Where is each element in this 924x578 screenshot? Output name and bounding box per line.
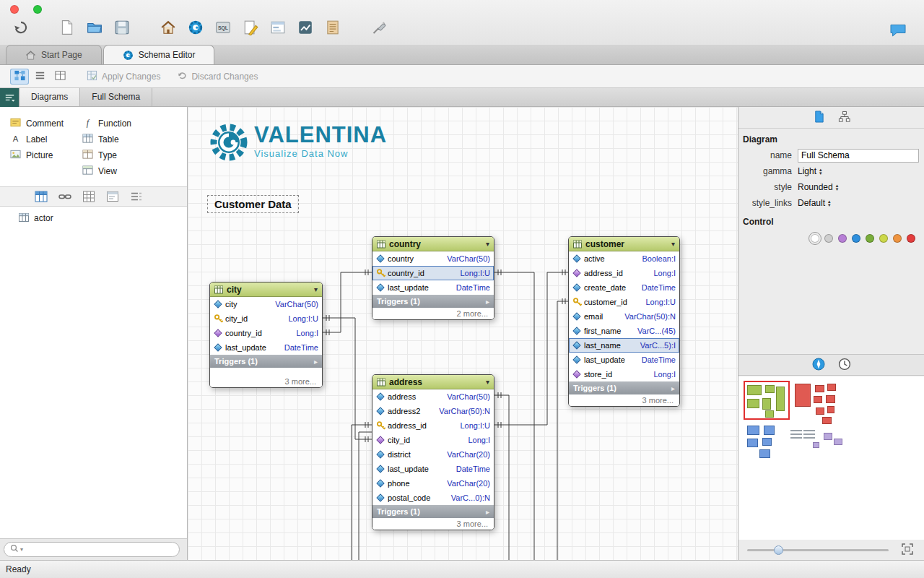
collapse-caret-icon[interactable]: ▾	[486, 240, 489, 248]
palette-item-table[interactable]: Table	[82, 131, 154, 147]
entity-header[interactable]: city▾	[210, 282, 322, 297]
color-dot-1[interactable]	[824, 234, 833, 243]
relation-line[interactable]	[494, 392, 509, 560]
tables-filter-icon[interactable]	[35, 190, 48, 203]
diagram-view-button[interactable]	[10, 69, 29, 85]
triggers-bar[interactable]: Triggers (1)▸	[569, 381, 679, 394]
links-filter-icon[interactable]	[58, 190, 71, 203]
field-row-district[interactable]: districtVarChar(20)	[372, 447, 494, 462]
field-row-last_update[interactable]: last_updateDateTime	[569, 353, 679, 367]
grid-filter-icon[interactable]	[82, 190, 95, 203]
entity-header[interactable]: customer▾	[569, 237, 679, 251]
start-page-button[interactable]	[157, 17, 179, 39]
palette-item-type[interactable]: Type	[82, 147, 154, 163]
list-view-button[interactable]	[30, 69, 49, 85]
relation-line[interactable]	[352, 422, 372, 560]
search-box[interactable]: ▾	[4, 542, 180, 557]
field-row-address2[interactable]: address2VarChar(50):N	[372, 404, 494, 418]
field-row-last_update[interactable]: last_updateDateTime	[210, 340, 322, 355]
source-view-button[interactable]	[322, 17, 344, 39]
field-row-city[interactable]: cityVarChar(50)	[210, 297, 322, 311]
sql-editor-button[interactable]: SQL	[212, 17, 234, 39]
strip-tab-diagrams[interactable]: Diagrams	[19, 88, 80, 106]
schema-editor-button[interactable]	[185, 17, 206, 39]
field-row-postal_code[interactable]: postal_codeVarC...0):N	[372, 491, 494, 505]
zoom-fit-icon[interactable]	[902, 543, 913, 557]
color-dot-6[interactable]	[893, 234, 902, 243]
new-document-button[interactable]	[56, 17, 78, 39]
field-row-city_id[interactable]: city_idLong:I	[372, 433, 494, 447]
forms-editor-button[interactable]	[267, 17, 289, 39]
palette-item-comment[interactable]: Comment	[10, 116, 82, 131]
gamma-select[interactable]: Light▴▾	[798, 166, 822, 176]
columns-view-button[interactable]	[51, 69, 69, 85]
filter-menu-button[interactable]	[0, 88, 19, 107]
triggers-bar[interactable]: Triggers (1)▸	[210, 355, 322, 368]
schema-tree-tab[interactable]	[838, 111, 850, 125]
field-row-last_name[interactable]: last_nameVarC...5):I	[569, 338, 679, 353]
collapse-caret-icon[interactable]: ▾	[671, 240, 675, 248]
field-row-country_id[interactable]: country_idLong:I	[210, 326, 322, 340]
tab-schema-editor[interactable]: Schema Editor	[103, 45, 215, 64]
color-dot-2[interactable]	[838, 234, 847, 243]
color-dot-4[interactable]	[866, 234, 874, 243]
columns-filter-icon[interactable]	[130, 190, 143, 203]
search-input[interactable]	[25, 545, 173, 554]
more-fields-link[interactable]: 3 more...	[210, 368, 322, 387]
more-fields-link[interactable]: 3 more...	[372, 518, 494, 530]
undo-button[interactable]	[10, 17, 32, 39]
field-row-email[interactable]: emailVarChar(50):N	[569, 309, 679, 324]
field-row-store_id[interactable]: store_idLong:I	[569, 367, 679, 381]
discard-changes-button[interactable]: Discard Changes	[176, 70, 258, 83]
palette-item-label[interactable]: ALabel	[10, 131, 82, 147]
field-row-last_update[interactable]: last_updateDateTime	[372, 462, 494, 476]
palette-item-picture[interactable]: Picture	[10, 147, 82, 163]
collapse-caret-icon[interactable]: ▾	[314, 285, 318, 293]
field-row-address_id[interactable]: address_idLong:I:U	[372, 418, 494, 433]
more-fields-link[interactable]: 2 more...	[372, 308, 494, 319]
entity-country[interactable]: country▾countryVarChar(50)country_idLong…	[372, 236, 494, 320]
palette-item-view[interactable]: View	[82, 163, 154, 179]
entity-header[interactable]: country▾	[372, 237, 494, 251]
entity-customer[interactable]: customer▾activeBoolean:Iaddress_idLong:I…	[568, 236, 680, 407]
field-row-active[interactable]: activeBoolean:I	[569, 251, 679, 266]
tab-start-page[interactable]: Start Page	[6, 45, 102, 64]
relation-line[interactable]	[359, 432, 372, 560]
field-row-phone[interactable]: phoneVarChar(20)	[372, 476, 494, 491]
relation-line[interactable]	[557, 298, 568, 560]
field-row-last_update[interactable]: last_updateDateTime	[372, 280, 494, 295]
zoom-slider-thumb[interactable]	[774, 545, 783, 555]
triggers-bar[interactable]: Triggers (1)▸	[372, 505, 494, 518]
close-button[interactable]	[10, 5, 19, 14]
color-dot-7[interactable]	[907, 234, 915, 243]
diagram-name-input[interactable]	[798, 149, 919, 163]
field-row-first_name[interactable]: first_nameVarC...(45)	[569, 324, 679, 338]
zoom-slider-track[interactable]	[747, 549, 889, 551]
data-transfer-button[interactable]	[368, 17, 390, 39]
more-fields-link[interactable]: 3 more...	[569, 394, 679, 406]
relation-line[interactable]	[494, 269, 534, 560]
zoom-button[interactable]	[33, 5, 42, 14]
apply-changes-button[interactable]: Apply Changes	[87, 70, 160, 83]
triggers-bar[interactable]: Triggers (1)▸	[372, 295, 494, 308]
field-row-create_date[interactable]: create_dateDateTime	[569, 280, 679, 295]
open-button[interactable]	[84, 17, 105, 39]
list-item-actor[interactable]: actor	[0, 211, 187, 225]
strip-tab-full-schema[interactable]: Full Schema	[80, 88, 152, 106]
diagram-editor-button[interactable]	[295, 17, 316, 39]
entity-address[interactable]: address▾addressVarChar(50)address2VarCha…	[372, 374, 494, 530]
history-tab[interactable]	[838, 358, 851, 373]
field-row-address[interactable]: addressVarChar(50)	[372, 389, 494, 404]
entity-header[interactable]: address▾	[372, 375, 494, 389]
field-row-country[interactable]: countryVarChar(50)	[372, 251, 494, 266]
navigator-tab[interactable]	[812, 358, 825, 373]
style-select[interactable]: Rounded▴▾	[798, 182, 838, 192]
entity-city[interactable]: city▾cityVarChar(50)city_idLong:I:Ucount…	[209, 282, 323, 388]
palette-item-function[interactable]: fFunction	[82, 116, 154, 131]
collapse-caret-icon[interactable]: ▾	[486, 378, 489, 386]
report-editor-button[interactable]	[240, 17, 261, 39]
views-filter-icon[interactable]	[106, 190, 119, 203]
field-row-country_id[interactable]: country_idLong:I:U	[372, 266, 494, 280]
diagram-minimap[interactable]	[738, 376, 924, 540]
color-dot-5[interactable]	[879, 234, 888, 243]
